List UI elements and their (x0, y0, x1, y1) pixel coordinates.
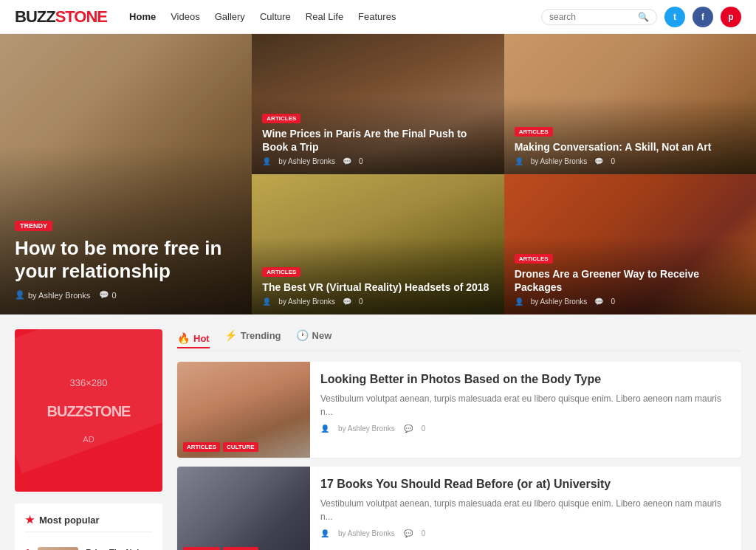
conversation-title: Making Conversation: A Skill, Not an Art (515, 140, 746, 154)
drone-meta: 👤 by Ashley Bronks 💬 0 (515, 298, 746, 306)
popular-item[interactable]: 1 Bring The Noise With These 5 Audio Gad… (25, 541, 152, 550)
comment-icon: 💬 (99, 290, 109, 300)
article-thumb-photos: ARTICLES CULTURE (177, 362, 310, 458)
search-box[interactable]: 🔍 (541, 9, 657, 25)
hero-section: TRENDY How to be more free in your relat… (0, 34, 756, 314)
article-meta-books: 👤 by Ashley Bronks 💬 0 (320, 529, 731, 537)
popular-thumb (38, 547, 78, 550)
nav-gallery[interactable]: Gallery (215, 11, 245, 22)
sidebar: 336×280 BUZZSTONE AD ★ Most popular 1 Br… (15, 329, 162, 550)
comment-icon: 💬 (404, 529, 413, 537)
clock-icon: 🕐 (296, 329, 309, 341)
vr-title: The Best VR (Virtual Reality) Headsets o… (262, 281, 493, 294)
article-thumb-books: ARTICLES CULTURE (177, 467, 310, 550)
ad-logo: BUZZSTONE (47, 403, 131, 420)
logo-buzz: BUZZ (15, 7, 55, 26)
user-icon: 👤 (262, 157, 271, 165)
lightning-icon: ⚡ (224, 329, 237, 341)
article-body-books: 17 Books You Should Read Before (or at) … (310, 467, 741, 550)
article-excerpt-books: Vestibulum volutpat aenean, turpis males… (320, 497, 731, 523)
hero-card-conversation[interactable]: ARTICLES Making Conversation: A Skill, N… (504, 34, 756, 174)
comment-icon: 💬 (404, 424, 413, 433)
articles-badge: ARTICLES (262, 267, 300, 277)
tab-hot[interactable]: 🔥 Hot (177, 332, 210, 348)
facebook-button[interactable]: f (693, 7, 713, 27)
article-feed: 🔥 Hot ⚡ Trending 🕐 New ARTICLES CULTURE (177, 329, 741, 550)
hero-card-wine[interactable]: ARTICLES Wine Prices in Paris Are the Fi… (252, 34, 504, 174)
user-icon: 👤 (515, 298, 523, 306)
main-content: 336×280 BUZZSTONE AD ★ Most popular 1 Br… (0, 314, 756, 550)
wine-title: Wine Prices in Paris Are the Final Push … (262, 127, 493, 154)
hero-comments: 💬 0 (99, 290, 116, 300)
tab-trending[interactable]: ⚡ Trending (224, 329, 281, 344)
tab-new[interactable]: 🕐 New (296, 329, 332, 344)
twitter-button[interactable]: t (664, 7, 685, 27)
navbar: BUZZSTONE Home Videos Gallery Culture Re… (0, 0, 756, 34)
hero-card-vr[interactable]: ARTICLES The Best VR (Virtual Reality) H… (252, 174, 504, 314)
user-icon: 👤 (15, 290, 25, 300)
articles-badge: ARTICLES (515, 254, 553, 264)
nav-culture[interactable]: Culture (260, 11, 291, 22)
logo-stone: STONE (55, 7, 107, 26)
nav-home[interactable]: Home (129, 11, 156, 22)
article-title-books: 17 Books You Should Read Before (or at) … (320, 477, 731, 492)
article-body-photos: Looking Better in Photos Based on the Bo… (310, 362, 741, 458)
culture-badge-sm: CULTURE (223, 442, 258, 452)
user-icon: 👤 (320, 529, 329, 537)
wine-meta: 👤 by Ashley Bronks 💬 0 (262, 157, 493, 165)
pinterest-button[interactable]: p (721, 7, 741, 27)
comment-icon: 💬 (594, 157, 603, 165)
user-icon: 👤 (320, 424, 329, 433)
nav-reallife[interactable]: Real Life (306, 11, 343, 22)
comment-icon: 💬 (594, 298, 603, 306)
site-logo: BUZZSTONE (15, 7, 107, 27)
nav-videos[interactable]: Videos (171, 11, 200, 22)
fire-icon: 🔥 (177, 332, 190, 344)
article-excerpt-photos: Vestibulum volutpat aenean, turpis males… (320, 392, 731, 419)
culture-badge-sm: CULTURE (223, 547, 258, 550)
popular-header: ★ Most popular (25, 514, 152, 532)
search-icon: 🔍 (638, 12, 649, 22)
trendy-badge: TRENDY (15, 221, 52, 231)
hero-card-conversation-content: ARTICLES Making Conversation: A Skill, N… (504, 115, 756, 174)
hero-author: 👤 by Ashley Bronks (15, 290, 90, 300)
article-title-photos: Looking Better in Photos Based on the Bo… (320, 372, 731, 388)
vr-meta: 👤 by Ashley Bronks 💬 0 (262, 298, 493, 306)
hero-meta: 👤 by Ashley Bronks 💬 0 (15, 290, 237, 300)
ad-box: 336×280 BUZZSTONE AD (15, 329, 162, 492)
ad-dimension: 336×280 (70, 377, 108, 388)
nav-features[interactable]: Features (358, 11, 396, 22)
feed-tabs: 🔥 Hot ⚡ Trending 🕐 New (177, 329, 741, 351)
hero-main[interactable]: TRENDY How to be more free in your relat… (0, 34, 252, 314)
hero-card-drone[interactable]: ARTICLES Drones Are a Greener Way to Rec… (504, 174, 756, 314)
articles-badge-sm: ARTICLES (183, 442, 220, 452)
user-icon: 👤 (515, 157, 523, 165)
most-popular-section: ★ Most popular 1 Bring The Noise With Th… (15, 503, 162, 550)
popular-number: 1 (25, 547, 30, 550)
drone-title: Drones Are a Greener Way to Receive Pack… (515, 267, 746, 294)
article-card-photos[interactable]: ARTICLES CULTURE Looking Better in Photo… (177, 362, 741, 458)
articles-badge: ARTICLES (262, 114, 300, 123)
article-meta-photos: 👤 by Ashley Bronks 💬 0 (320, 424, 731, 433)
search-input[interactable] (549, 12, 638, 22)
star-icon: ★ (25, 514, 35, 526)
articles-badge-sm: ARTICLES (183, 547, 220, 550)
conversation-meta: 👤 by Ashley Bronks 💬 0 (515, 157, 746, 165)
thumb-badges: ARTICLES CULTURE (183, 442, 258, 452)
articles-badge: ARTICLES (515, 127, 553, 137)
hero-card-wine-content: ARTICLES Wine Prices in Paris Are the Fi… (252, 102, 504, 174)
hero-main-title: How to be more free in your relationship (15, 237, 237, 283)
nav-links: Home Videos Gallery Culture Real Life Fe… (129, 11, 541, 22)
hero-main-content: TRENDY How to be more free in your relat… (0, 204, 252, 314)
thumb-badges-books: ARTICLES CULTURE (183, 547, 258, 550)
hero-card-drone-content: ARTICLES Drones Are a Greener Way to Rec… (504, 242, 756, 314)
nav-right: 🔍 t f p (541, 7, 741, 27)
user-icon: 👤 (262, 298, 271, 306)
popular-item-title: Bring The Noise With These 5 Audio Gadge… (86, 547, 152, 550)
ad-label: AD (83, 435, 94, 444)
hero-card-vr-content: ARTICLES The Best VR (Virtual Reality) H… (252, 255, 504, 314)
comment-icon: 💬 (343, 298, 351, 306)
comment-icon: 💬 (343, 157, 351, 165)
article-card-books[interactable]: ARTICLES CULTURE 17 Books You Should Rea… (177, 467, 741, 550)
